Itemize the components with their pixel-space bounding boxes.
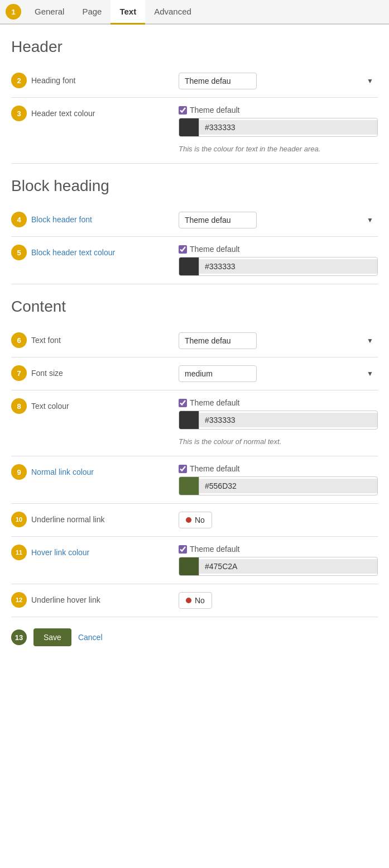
step-badge-6: 6 — [11, 332, 27, 348]
heading-font-control: Theme defau Arial Verdana Georgia ▼ — [179, 73, 378, 89]
underline-normal-link-row: 10 Underline normal link No — [11, 504, 378, 537]
radio-dot-12 — [186, 598, 191, 603]
header-theme-default-label: Theme default — [190, 106, 240, 115]
text-colour-input-row[interactable] — [179, 411, 378, 430]
text-colour-label-group: 8 Text colour — [11, 398, 179, 414]
cancel-button[interactable]: Cancel — [78, 633, 103, 642]
header-theme-default-checkbox[interactable] — [179, 106, 187, 115]
underline-normal-link-label: Underline normal link — [31, 515, 105, 524]
normal-link-theme-default-row: Theme default — [179, 464, 378, 473]
font-size-row: 7 Font size small medium large ▼ — [11, 357, 378, 390]
tab-advanced[interactable]: Advanced — [145, 0, 200, 25]
block-header-text-colour-label: Block header text colour — [31, 248, 115, 257]
header-text-colour-label: Header text colour — [31, 109, 95, 118]
text-colour-theme-default-checkbox[interactable] — [179, 399, 187, 407]
hover-link-colour-control: Theme default — [179, 545, 378, 576]
block-header-font-label-group: 4 Block header font — [11, 212, 179, 227]
normal-link-colour-text[interactable] — [199, 479, 377, 493]
hover-link-colour-row: 11 Hover link colour Theme default — [11, 537, 378, 584]
underline-hover-link-control: No — [179, 592, 378, 609]
hover-link-colour-swatch — [179, 557, 199, 575]
underline-hover-link-radio[interactable]: No — [179, 592, 212, 609]
heading-font-label-group: 2 Heading font — [11, 73, 179, 88]
step-badge-5: 5 — [11, 245, 27, 260]
header-color-text[interactable] — [199, 120, 377, 135]
heading-font-select-wrapper: Theme defau Arial Verdana Georgia ▼ — [179, 73, 378, 89]
step-badge-7: 7 — [11, 365, 27, 381]
underline-hover-link-label: Underline hover link — [31, 595, 100, 604]
step-badge-10: 10 — [11, 512, 27, 527]
block-header-text-colour-row: 5 Block header text colour Theme default — [11, 237, 378, 284]
text-colour-text[interactable] — [199, 413, 377, 427]
block-header-font-control: Theme defau Arial Verdana Georgia ▼ — [179, 212, 378, 228]
text-colour-row: 8 Text colour Theme default This is the … — [11, 390, 378, 456]
bottom-actions: 13 Save Cancel — [11, 617, 378, 652]
text-font-label-group: 6 Text font — [11, 332, 179, 348]
font-size-control: small medium large ▼ — [179, 365, 378, 382]
step-badge-9: 9 — [11, 464, 27, 480]
main-content: Header 2 Heading font Theme defau Arial … — [0, 25, 389, 669]
text-font-control: Theme defau Arial Verdana Georgia ▼ — [179, 332, 378, 349]
block-header-font-select[interactable]: Theme defau Arial Verdana Georgia — [179, 212, 257, 228]
underline-normal-link-radio[interactable]: No — [179, 512, 212, 528]
header-helper-text: This is the colour for text in the heade… — [179, 140, 378, 155]
heading-font-select[interactable]: Theme defau Arial Verdana Georgia — [179, 73, 257, 89]
hover-link-theme-default-checkbox[interactable] — [179, 545, 187, 554]
normal-link-colour-label-group: 9 Normal link colour — [11, 464, 179, 480]
step-badge-13: 13 — [11, 629, 27, 645]
text-font-label: Text font — [31, 336, 61, 345]
font-size-select[interactable]: small medium large — [179, 365, 257, 382]
header-text-colour-label-group: 3 Header text colour — [11, 106, 179, 121]
font-size-label: Font size — [31, 369, 63, 378]
text-colour-theme-default-label: Theme default — [190, 398, 240, 407]
hover-link-theme-default-row: Theme default — [179, 545, 378, 554]
text-font-select[interactable]: Theme defau Arial Verdana Georgia — [179, 332, 257, 349]
header-section-title: Header — [11, 25, 378, 65]
tab-step-badge: 1 — [6, 4, 21, 20]
tabs-bar: 1 General Page Text Advanced — [0, 0, 389, 25]
hover-link-theme-default-label: Theme default — [190, 545, 240, 554]
hover-link-colour-label-group: 11 Hover link colour — [11, 545, 179, 560]
header-color-swatch — [179, 118, 199, 136]
step-badge-3: 3 — [11, 106, 27, 121]
underline-normal-link-control: No — [179, 512, 378, 528]
heading-font-row: 2 Heading font Theme defau Arial Verdana… — [11, 65, 378, 98]
underline-hover-link-label-group: 12 Underline hover link — [11, 592, 179, 608]
hover-link-colour-input-row[interactable] — [179, 557, 378, 576]
normal-link-colour-row: 9 Normal link colour Theme default — [11, 456, 378, 504]
underline-normal-link-label-group: 10 Underline normal link — [11, 512, 179, 527]
block-color-swatch — [179, 257, 199, 275]
block-heading-section-title: Block heading — [11, 164, 378, 204]
tab-general[interactable]: General — [26, 0, 73, 25]
block-color-input-row[interactable] — [179, 257, 378, 276]
heading-font-select-arrow: ▼ — [367, 77, 373, 85]
block-color-text[interactable] — [199, 259, 377, 274]
step-badge-11: 11 — [11, 545, 27, 560]
text-colour-helper-text: This is the colour of normal text. — [179, 433, 378, 448]
block-header-text-colour-control: Theme default — [179, 245, 378, 276]
heading-font-label: Heading font — [31, 76, 75, 85]
normal-link-colour-input-row[interactable] — [179, 476, 378, 495]
block-theme-default-checkbox[interactable] — [179, 245, 187, 254]
underline-hover-link-row: 12 Underline hover link No — [11, 584, 378, 617]
text-colour-swatch — [179, 411, 199, 429]
header-color-input-row[interactable] — [179, 118, 378, 137]
text-font-select-wrapper: Theme defau Arial Verdana Georgia ▼ — [179, 332, 378, 349]
step-badge-8: 8 — [11, 398, 27, 414]
tab-text[interactable]: Text — [111, 0, 145, 25]
header-text-colour-row: 3 Header text colour Theme default This … — [11, 98, 378, 164]
font-size-label-group: 7 Font size — [11, 365, 179, 381]
text-font-select-arrow: ▼ — [367, 337, 373, 345]
underline-normal-link-value: No — [195, 516, 205, 524]
step-badge-12: 12 — [11, 592, 27, 608]
hover-link-colour-text[interactable] — [199, 559, 377, 574]
font-size-select-wrapper: small medium large ▼ — [179, 365, 378, 382]
block-header-font-select-arrow: ▼ — [367, 216, 373, 224]
underline-hover-link-value: No — [195, 596, 205, 605]
save-button[interactable]: Save — [33, 628, 71, 646]
block-header-font-select-wrapper: Theme defau Arial Verdana Georgia ▼ — [179, 212, 378, 228]
text-colour-control: Theme default This is the colour of norm… — [179, 398, 378, 448]
tab-page[interactable]: Page — [73, 0, 111, 25]
normal-link-theme-default-checkbox[interactable] — [179, 465, 187, 473]
step-badge-4: 4 — [11, 212, 27, 227]
